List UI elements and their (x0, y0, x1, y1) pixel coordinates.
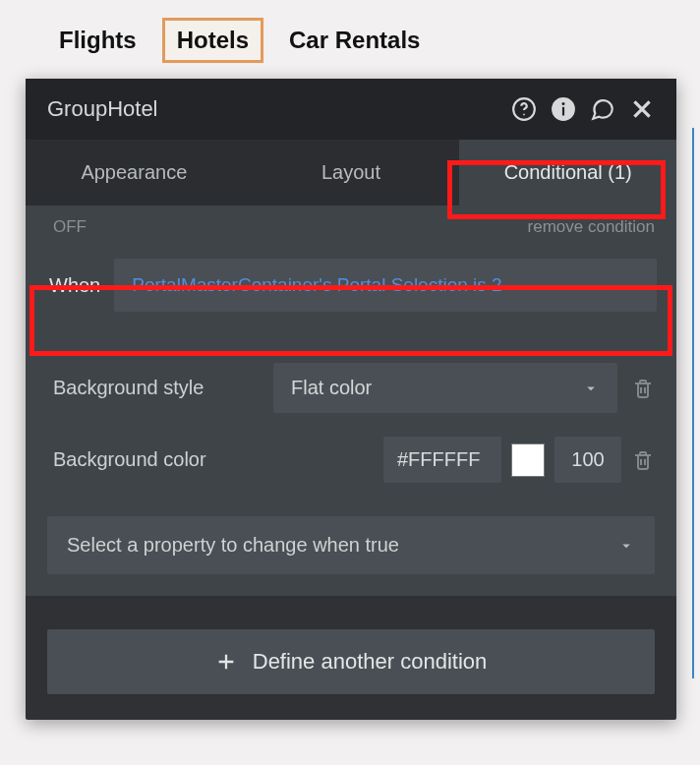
background-style-label: Background style (53, 377, 260, 399)
background-color-row: Background color (26, 419, 676, 491)
background-style-select[interactable]: Flat color (273, 363, 617, 413)
trash-icon[interactable] (631, 448, 655, 472)
when-label: When (49, 274, 100, 297)
condition-toggle-row: OFF remove condition (26, 206, 676, 249)
tab-conditional[interactable]: Conditional (1) (459, 140, 676, 206)
remove-condition-link[interactable]: remove condition (528, 217, 655, 237)
tab-car-rentals[interactable]: Car Rentals (277, 21, 432, 60)
color-swatch[interactable] (511, 443, 545, 477)
chevron-down-icon (582, 380, 600, 397)
svg-rect-3 (562, 107, 564, 116)
svg-point-1 (523, 114, 525, 116)
inspector-header: GroupHotel (26, 79, 676, 140)
inspector-tabs: Appearance Layout Conditional (1) (26, 140, 676, 206)
background-color-label: Background color (53, 448, 260, 471)
property-to-change-select[interactable]: Select a property to change when true (47, 516, 655, 574)
inspector-body: OFF remove condition When PortalMasterCo… (26, 206, 676, 596)
plus-icon (215, 651, 237, 673)
background-color-hex-input[interactable] (383, 437, 501, 483)
tab-hotels[interactable]: Hotels (162, 18, 263, 63)
tab-flights[interactable]: Flights (47, 21, 148, 60)
define-another-condition-button[interactable]: Define another condition (47, 629, 655, 694)
inspector-header-actions (511, 96, 655, 122)
background-color-opacity-input[interactable] (554, 437, 621, 483)
info-icon[interactable] (551, 96, 576, 122)
comment-icon[interactable] (590, 96, 615, 122)
background-style-value: Flat color (291, 377, 372, 399)
tab-appearance[interactable]: Appearance (26, 140, 243, 206)
trash-icon[interactable] (631, 377, 655, 400)
background-style-row: Background style Flat color (26, 349, 676, 419)
inspector-title: GroupHotel (47, 96, 158, 122)
close-icon[interactable] (629, 96, 655, 122)
tab-layout[interactable]: Layout (243, 140, 460, 206)
condition-expression-input[interactable]: PortalMasterContainer's Portal Selection… (114, 259, 657, 312)
define-another-condition-label: Define another condition (253, 649, 488, 675)
property-to-change-placeholder: Select a property to change when true (67, 534, 399, 557)
when-row: When PortalMasterContainer's Portal Sele… (43, 255, 659, 316)
condition-off-label[interactable]: OFF (53, 217, 87, 237)
help-icon[interactable] (511, 96, 537, 122)
page-tabs: Flights Hotels Car Rentals (0, 0, 700, 75)
chevron-down-icon (617, 537, 635, 555)
svg-point-4 (561, 102, 564, 105)
element-inspector-panel: GroupHotel Appearance Layout Conditional… (26, 79, 676, 720)
page-boundary-marker (692, 128, 700, 678)
